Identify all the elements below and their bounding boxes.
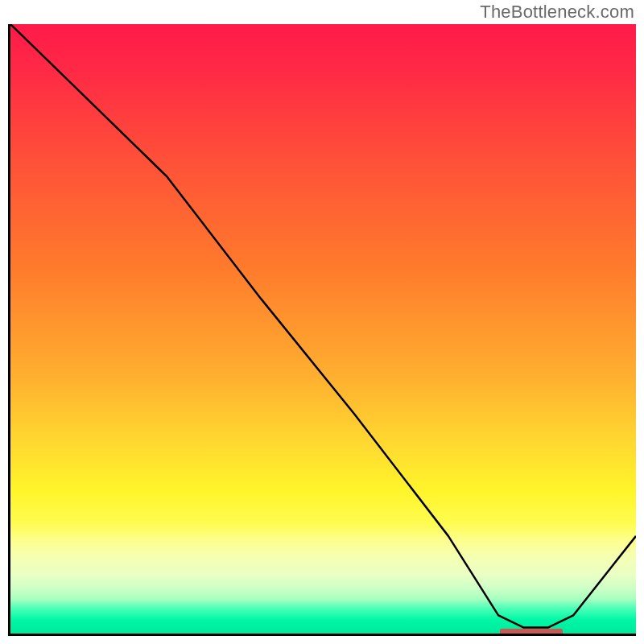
chart-svg bbox=[10, 24, 636, 634]
bottleneck-curve bbox=[10, 24, 636, 627]
watermark-text: TheBottleneck.com bbox=[480, 2, 634, 23]
target-marker-bar bbox=[500, 629, 563, 636]
chart-frame bbox=[8, 24, 636, 636]
